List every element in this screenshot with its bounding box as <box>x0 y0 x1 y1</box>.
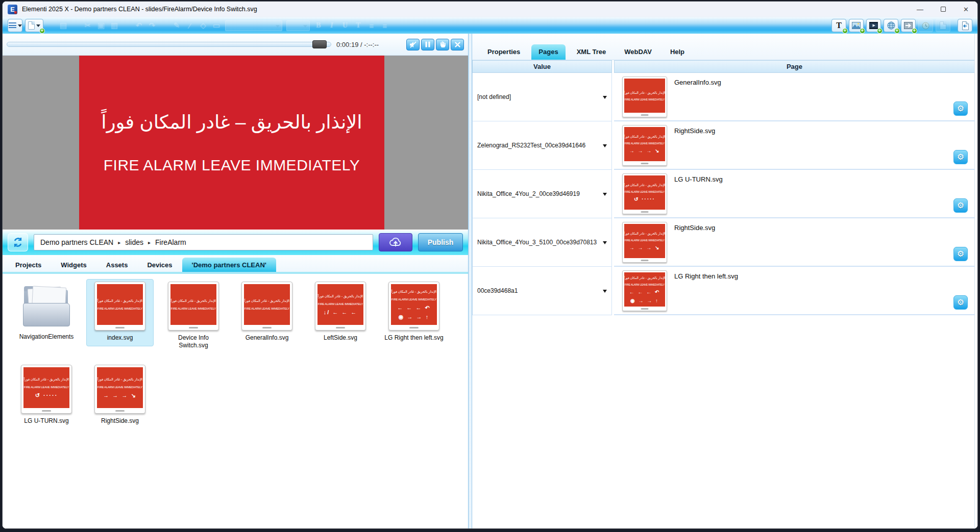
add-stream-button[interactable]: + <box>901 19 916 32</box>
stop-preview-button[interactable] <box>451 39 464 50</box>
maximize-icon <box>941 7 946 12</box>
add-image-button[interactable]: + <box>849 19 864 32</box>
timeline-slider[interactable] <box>7 42 331 47</box>
fire-alarm-slide: الإنذار بالحريق – غادر المكان فوراً FIRE… <box>79 56 384 230</box>
value-dropdown[interactable]: Nikita_Office_4You_2_00ce39d46919 <box>472 170 612 218</box>
add-web-button[interactable]: + <box>884 19 898 32</box>
chevron-down-icon <box>36 24 40 27</box>
tab-pages[interactable]: Pages <box>531 44 565 60</box>
table-row: Nikita_Office_4You_3_5100_00ce39d70813 ا… <box>472 218 975 267</box>
breadcrumb-segment[interactable]: FireAlarm <box>155 238 186 246</box>
open-container-button[interactable] <box>958 19 972 32</box>
breadcrumb-segment[interactable]: Demo partners CLEAN <box>40 238 113 246</box>
thumb-english-line: FIRE ALARM LEAVE IMMEDIATELY <box>24 386 69 389</box>
thumb-arabic-line: الإنذار بالحريق - غادر المكان فوراً <box>318 294 363 298</box>
table-row: Nikita_Office_4You_2_00ce39d46919 الإنذا… <box>472 170 975 218</box>
valign-icon: ≡ <box>378 21 391 30</box>
line-icon: ∕ <box>183 21 197 30</box>
slider-handle[interactable] <box>312 40 327 48</box>
thumb-arabic-line: الإنذار بالحريق - غادر المكان فوراً <box>24 377 69 382</box>
path-bar: Demo partners CLEAN ▸ slides ▸ FireAlarm… <box>3 230 468 255</box>
minimize-icon: — <box>917 6 923 13</box>
tab-assets[interactable]: Assets <box>96 258 138 272</box>
main-menu-button[interactable] <box>8 19 22 32</box>
thumb-english-line: FIRE ALARM LEAVE IMMEDIATELY <box>625 142 665 145</box>
value-dropdown[interactable]: 00ce39d468a1 <box>472 267 612 315</box>
value-dropdown[interactable]: Zelenograd_RS232Test_00ce39d41646 <box>472 121 612 170</box>
upload-button[interactable] <box>379 233 412 251</box>
underline-button: U <box>338 21 352 30</box>
file-tile-lg-u-turn[interactable]: الإنذار بالحريق - غادر المكان فوراً FIRE… <box>13 362 80 429</box>
pause-button[interactable] <box>421 39 434 50</box>
thumb-arrows: ↺ ····· <box>634 197 655 202</box>
maximize-button[interactable] <box>932 2 954 17</box>
value-dropdown[interactable]: Nikita_Office_4You_3_5100_00ce39d70813 <box>472 218 612 267</box>
interactive-mode-button[interactable] <box>436 39 449 50</box>
tab-help[interactable]: Help <box>663 44 692 60</box>
breadcrumb-segment[interactable]: slides <box>125 238 143 246</box>
page-settings-button[interactable]: ⚙ <box>953 102 968 116</box>
page-name: RightSide.svg <box>674 127 715 135</box>
thumb-english-line: FIRE ALARM LEAVE IMMEDIATELY <box>318 302 363 306</box>
file-tile-navigationelements[interactable]: NavigationElements <box>13 279 80 345</box>
disabled-edit-tools: ▤ ✂ ▣ ▥ ↶ ↷ ✎ ∕ ◇ ▭ B I U T ≡ ≡ <box>57 20 391 31</box>
page-settings-button[interactable]: ⚙ <box>953 295 968 310</box>
page-icon <box>940 21 946 30</box>
file-tile-lg-right-then-left[interactable]: الإنذار بالحريق - غادر المكان فوراً FIRE… <box>380 279 448 346</box>
redo-icon: ↷ <box>145 21 159 30</box>
file-name: LG Right then left.svg <box>384 334 443 342</box>
add-text-button[interactable]: T + <box>831 19 846 32</box>
plus-badge-icon: + <box>842 28 848 34</box>
refresh-button[interactable] <box>8 233 28 251</box>
thumb-arabic-line: الإنذار بالحريق - غادر المكان فوراً <box>624 91 665 94</box>
app-window: E Elementi 2025 X - Demo partners CLEAN … <box>2 1 978 529</box>
copy-icon: ▣ <box>94 21 108 30</box>
image-icon <box>852 22 861 29</box>
table-row: [not defined] الإنذار بالحريق - غادر الم… <box>472 73 975 121</box>
tab-projects[interactable]: Projects <box>6 258 51 272</box>
tab-properties[interactable]: Properties <box>480 44 527 60</box>
mute-button[interactable] <box>406 39 420 50</box>
page-settings-button[interactable]: ⚙ <box>953 247 968 261</box>
slide-thumbnail: الإنذار بالحريق - غادر المكان فوراً FIRE… <box>168 282 219 331</box>
gear-icon: ⚙ <box>957 250 964 258</box>
close-button[interactable]: ✕ <box>954 2 977 17</box>
arrow-right-icon <box>904 22 913 29</box>
file-tile-device-info-switch[interactable]: الإنذار بالحريق - غادر المكان فوراً FIRE… <box>160 279 227 354</box>
tab-xml-tree[interactable]: XML Tree <box>570 44 614 60</box>
slide-thumbnail: الإنذار بالحريق - غادر المكان فوراً FIRE… <box>94 282 145 331</box>
tab-devices[interactable]: Devices <box>137 258 182 272</box>
breadcrumb-separator-icon: ▸ <box>118 240 120 245</box>
table-row: Zelenograd_RS232Test_00ce39d41646 الإنذا… <box>472 121 975 170</box>
slide-thumbnail: الإنذار بالحريق - غادر المكان فوراً FIRE… <box>315 282 366 331</box>
thumb-arrows: ← ← ← ↶ <box>397 305 430 310</box>
tab-demo-partners-clean[interactable]: 'Demo partners CLEAN' <box>182 258 276 272</box>
rect-icon: ▭ <box>210 21 223 30</box>
value-dropdown[interactable]: [not defined] <box>472 73 612 121</box>
add-video-button[interactable]: + <box>866 19 881 32</box>
page-settings-button[interactable]: ⚙ <box>953 198 968 213</box>
new-document-button[interactable]: + <box>25 19 43 32</box>
thumb-arrows: ◉ → → ↑ <box>630 298 659 303</box>
page-name: GeneralInfo.svg <box>674 79 721 86</box>
thumb-english-line: FIRE ALARM LEAVE IMMEDIATELY <box>625 239 665 242</box>
file-tile-rightside[interactable]: الإنذار بالحريق - غادر المكان فوراً FIRE… <box>86 362 154 429</box>
file-tile-index[interactable]: الإنذار بالحريق - غادر المكان فوراً FIRE… <box>86 279 154 346</box>
window-title: Elementi 2025 X - Demo partners CLEAN - … <box>22 6 257 13</box>
tab-widgets[interactable]: Widgets <box>51 258 96 272</box>
breadcrumb[interactable]: Demo partners CLEAN ▸ slides ▸ FireAlarm <box>34 234 373 250</box>
chevron-down-icon <box>603 144 607 147</box>
chevron-down-icon <box>603 290 607 293</box>
publish-button[interactable]: Publish <box>418 233 463 251</box>
plus-badge-icon: + <box>894 28 900 34</box>
minimize-button[interactable]: — <box>909 2 932 17</box>
slide-thumbnail: الإنذار بالحريق - غادر المكان فوراً FIRE… <box>622 125 667 166</box>
thumb-arrows: → → → ↘ <box>629 148 660 154</box>
file-tile-leftside[interactable]: الإنذار بالحريق - غادر المكان فوراً FIRE… <box>307 279 374 346</box>
file-tile-generalinfo[interactable]: الإنذار بالحريق - غادر المكان فوراً FIRE… <box>233 279 301 346</box>
pane-splitter[interactable] <box>468 34 472 528</box>
tab-webdav[interactable]: WebDAV <box>617 44 659 60</box>
file-name: NavigationElements <box>19 333 74 341</box>
page-settings-button[interactable]: ⚙ <box>953 150 968 164</box>
thumb-english-line: FIRE ALARM LEAVE IMMEDIATELY <box>97 307 142 310</box>
